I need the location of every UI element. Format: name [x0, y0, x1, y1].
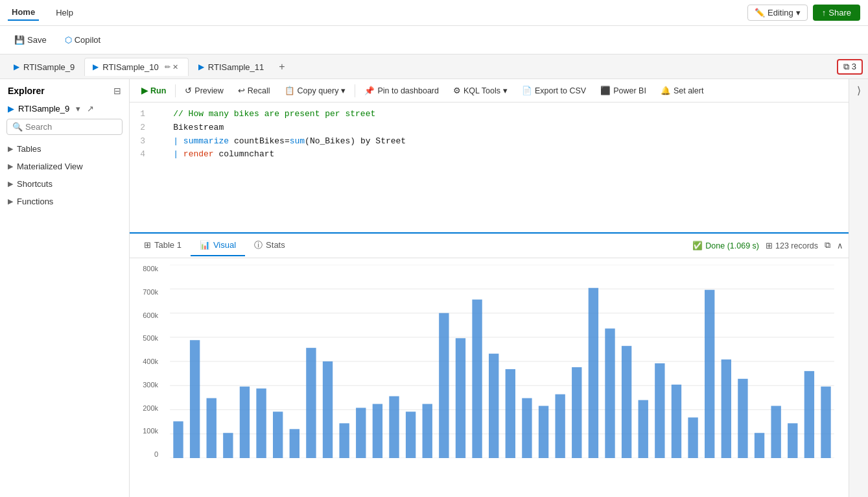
- svg-rect-14: [256, 389, 266, 458]
- toolbar-divider: [355, 84, 355, 97]
- svg-rect-13: [240, 387, 250, 458]
- chevron-down-icon: ▾: [796, 8, 801, 18]
- copy-query-label: Copy query: [298, 86, 339, 95]
- tab-label-2: RTISample_11: [208, 62, 264, 72]
- sidebar-collapse-button[interactable]: ⊟: [113, 86, 121, 96]
- svg-rect-11: [207, 398, 217, 458]
- tab-close-button[interactable]: ✏ ✕: [163, 62, 180, 72]
- line-number: 3: [130, 135, 153, 149]
- save-button[interactable]: 💾 Save: [8, 32, 53, 48]
- svg-rect-45: [771, 406, 780, 458]
- svg-rect-47: [804, 371, 814, 458]
- preview-button[interactable]: ↺ Preview: [178, 83, 229, 98]
- sidebar-item-label: Shortcuts: [17, 179, 53, 189]
- power-bi-button[interactable]: ⬛ Power BI: [594, 83, 653, 98]
- collapse-results-icon[interactable]: ∧: [837, 241, 843, 250]
- tab-badge[interactable]: ⧉ 3: [837, 59, 863, 75]
- chart-y-labels: 800k 700k 600k 500k 400k 300k 200k 100k …: [130, 265, 162, 458]
- share-button[interactable]: ↑ Share: [813, 5, 860, 21]
- results-tab-visual[interactable]: 📊 Visual: [191, 235, 245, 256]
- copy-results-icon[interactable]: ⧉: [825, 241, 830, 250]
- tab-icon-2: ▶: [198, 62, 204, 71]
- copilot-button[interactable]: ⬡ Copilot: [58, 32, 107, 48]
- svg-rect-38: [655, 363, 664, 458]
- table-icon: ⊞: [766, 241, 773, 250]
- export-label: Export to CSV: [535, 86, 586, 95]
- kql-tools-button[interactable]: ⚙ KQL Tools ▾: [447, 83, 514, 98]
- svg-rect-19: [339, 423, 349, 458]
- tab-badge-count: 3: [852, 62, 856, 71]
- tab-RTISample_11[interactable]: ▶ RTISample_11: [190, 58, 272, 76]
- sidebar-search-box[interactable]: 🔍: [6, 119, 123, 135]
- pin-icon: 📌: [364, 86, 375, 95]
- top-nav: Home Help ✏️ Editing ▾ ↑ Share: [0, 0, 868, 26]
- svg-rect-33: [572, 367, 581, 458]
- editing-button[interactable]: ✏️ Editing ▾: [747, 5, 808, 21]
- nav-help[interactable]: Help: [52, 5, 77, 20]
- save-label: Save: [27, 35, 47, 45]
- svg-rect-44: [755, 433, 764, 458]
- svg-rect-48: [821, 387, 830, 458]
- nav-home[interactable]: Home: [8, 5, 39, 21]
- top-right-actions: ✏️ Editing ▾ ↑ Share: [747, 5, 860, 21]
- svg-rect-37: [639, 400, 648, 458]
- results-tab-table1[interactable]: ⊞ Table 1: [135, 235, 191, 256]
- tab-label-1: RTISample_10: [102, 62, 158, 72]
- sidebar-item-tables[interactable]: ▶ Tables: [0, 140, 129, 158]
- results-tabs-bar: ⊞ Table 1 📊 Visual ⓘ Stats ✅ Done (1.069…: [130, 234, 849, 258]
- svg-rect-21: [373, 404, 382, 458]
- svg-rect-34: [589, 288, 598, 458]
- sidebar-item-shortcuts[interactable]: ▶ Shortcuts: [0, 175, 129, 193]
- export-csv-button[interactable]: 📄 Export to CSV: [515, 83, 592, 98]
- copy-icon: ⧉: [843, 62, 849, 72]
- copy-query-button[interactable]: 📋 Copy query ▾: [278, 83, 353, 98]
- tab-icon-1: ▶: [93, 62, 99, 71]
- pencil-icon: ✏️: [755, 8, 765, 18]
- tab-RTISample_10[interactable]: ▶ RTISample_10 ✏ ✕: [84, 58, 189, 76]
- pin-dashboard-button[interactable]: 📌 Pin to dashboard: [358, 83, 445, 98]
- svg-rect-22: [389, 396, 399, 458]
- code-content: Bikestream: [153, 121, 849, 135]
- code-editor[interactable]: 1 // How many bikes are present per stre…: [130, 103, 849, 232]
- chart-area: Thorndicke C...Westbridge RoadBond's End…: [130, 258, 849, 497]
- line-number: 2: [130, 121, 153, 135]
- toolbar-divider: [175, 84, 176, 97]
- code-line-4: 4 | render columnchart: [130, 148, 849, 162]
- results-tab-label: Visual: [213, 240, 236, 250]
- tab-add-button[interactable]: +: [274, 58, 290, 75]
- search-input[interactable]: [25, 122, 130, 132]
- run-button[interactable]: ▶ Run: [135, 83, 172, 98]
- svg-rect-17: [306, 348, 316, 458]
- svg-rect-15: [273, 411, 283, 458]
- share-label: Share: [828, 8, 851, 18]
- powerbi-icon: ⬛: [600, 86, 611, 95]
- sidebar-item-materialized-view[interactable]: ▶ Materialized View: [0, 158, 129, 175]
- kql-label: KQL Tools: [463, 86, 500, 95]
- sidebar-db-chevron: ▾: [76, 104, 80, 114]
- recall-button[interactable]: ↩ Recall: [231, 83, 277, 98]
- run-icon: ▶: [141, 86, 148, 95]
- sidebar-item-functions[interactable]: ▶ Functions: [0, 193, 129, 210]
- line-number: 1: [130, 108, 153, 121]
- set-alert-button[interactable]: 🔔 Set alert: [654, 83, 710, 98]
- editing-label: Editing: [768, 8, 793, 18]
- query-toolbar: ▶ Run ↺ Preview ↩ Recall 📋 Copy query ▾ …: [130, 79, 849, 103]
- results-tab-stats[interactable]: ⓘ Stats: [245, 234, 294, 258]
- tab-RTISample_9[interactable]: ▶ RTISample_9: [5, 58, 83, 76]
- svg-rect-28: [489, 354, 499, 458]
- sidebar-db-selector[interactable]: ▶ RTISample_9 ▾ ↗: [0, 101, 129, 119]
- svg-rect-31: [539, 406, 548, 458]
- svg-rect-42: [721, 359, 731, 458]
- svg-rect-39: [672, 385, 681, 458]
- collapse-editor-button[interactable]: ⟩: [857, 84, 861, 97]
- svg-rect-29: [506, 369, 515, 458]
- results-content: Thorndicke C...Westbridge RoadBond's End…: [130, 258, 849, 497]
- sidebar-items-list: ▶ Tables ▶ Materialized View ▶ Shortcuts…: [0, 140, 129, 497]
- sidebar-header: Explorer ⊟: [0, 79, 129, 101]
- chevron-down-icon: ▾: [341, 86, 346, 95]
- svg-rect-16: [290, 429, 299, 458]
- copilot-icon: ⬡: [65, 35, 72, 45]
- records-text: 123 records: [775, 241, 818, 250]
- chevron-right-icon: ▶: [8, 145, 13, 153]
- sidebar-title: Explorer: [8, 86, 45, 96]
